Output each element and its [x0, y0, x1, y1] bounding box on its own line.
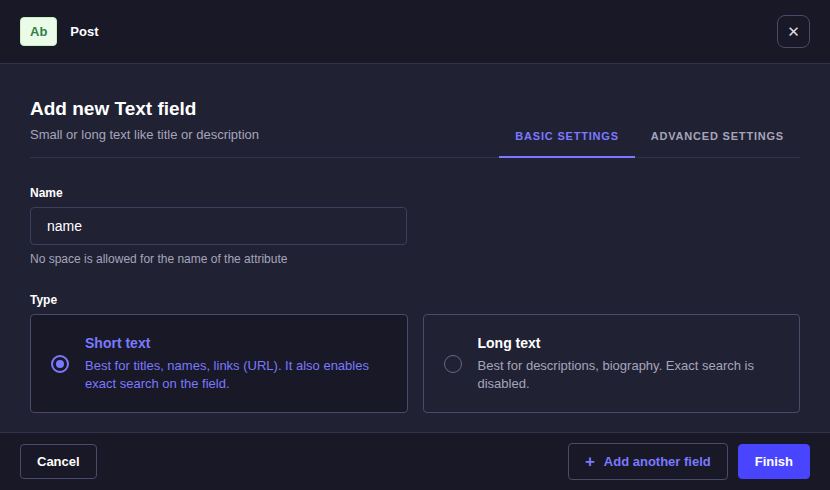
short-text-description: Best for titles, names, links (URL). It …: [85, 357, 387, 392]
tab-basic-settings[interactable]: BASIC SETTINGS: [499, 116, 635, 158]
content-type-title: Post: [70, 24, 98, 39]
title-block: Add new Text field Small or long text li…: [30, 64, 259, 157]
type-label: Type: [30, 293, 800, 307]
close-icon: ✕: [787, 23, 800, 40]
long-text-description: Best for descriptions, biography. Exact …: [478, 357, 780, 392]
type-option-short-text[interactable]: Short text Best for titles, names, links…: [30, 314, 408, 413]
plus-icon: +: [585, 453, 595, 470]
short-text-title: Short text: [85, 335, 387, 351]
name-label: Name: [30, 186, 800, 200]
modal-body: Add new Text field Small or long text li…: [0, 64, 830, 432]
footer-actions: + Add another field Finish: [568, 443, 810, 480]
title-row: Add new Text field Small or long text li…: [30, 64, 800, 158]
long-text-content: Long text Best for descriptions, biograp…: [478, 335, 780, 392]
finish-button[interactable]: Finish: [738, 444, 810, 479]
type-option-long-text[interactable]: Long text Best for descriptions, biograp…: [423, 314, 801, 413]
type-section: Type Short text Best for titles, names, …: [30, 293, 800, 413]
name-section: Name No space is allowed for the name of…: [30, 186, 800, 266]
tab-advanced-settings[interactable]: ADVANCED SETTINGS: [635, 116, 800, 158]
radio-selected-icon[interactable]: [51, 355, 69, 373]
content-type-badge: Ab: [20, 17, 57, 46]
name-helper-text: No space is allowed for the name of the …: [30, 252, 800, 266]
long-text-title: Long text: [478, 335, 780, 351]
add-another-field-label: Add another field: [604, 454, 711, 469]
modal-subtitle: Small or long text like title or descrip…: [30, 127, 259, 157]
settings-tabs: BASIC SETTINGS ADVANCED SETTINGS: [499, 116, 800, 157]
short-text-content: Short text Best for titles, names, links…: [85, 335, 387, 392]
close-button[interactable]: ✕: [777, 15, 810, 48]
modal-title: Add new Text field: [30, 98, 259, 120]
add-another-field-button[interactable]: + Add another field: [568, 443, 728, 480]
cancel-button[interactable]: Cancel: [20, 444, 97, 479]
radio-unselected-icon[interactable]: [444, 355, 462, 373]
add-field-modal: Ab Post ✕ Add new Text field Small or lo…: [0, 0, 830, 490]
type-options: Short text Best for titles, names, links…: [30, 314, 800, 413]
name-input[interactable]: [30, 207, 407, 245]
modal-header: Ab Post ✕: [0, 0, 830, 64]
modal-footer: Cancel + Add another field Finish: [0, 432, 830, 490]
